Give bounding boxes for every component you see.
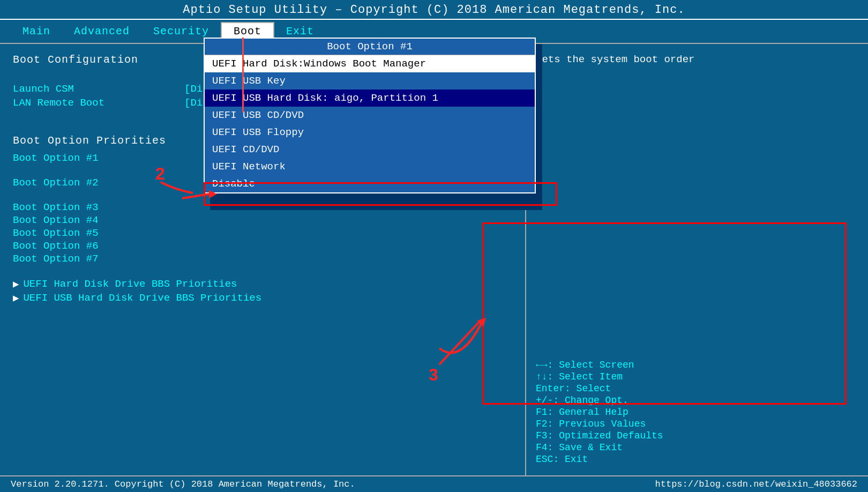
key-help-select-item: ↑↓: Select Item [536, 371, 858, 382]
status-left: Version 2.20.1271. Copyright (C) 2018 Am… [11, 479, 355, 489]
modal-option-0[interactable]: UEFI Hard Disk:Windows Boot Manager [205, 55, 535, 72]
boot-option-4-row: Boot Option #4 [13, 214, 512, 226]
key-help-f4: F4: Save & Exit [536, 442, 858, 453]
title-text: Aptio Setup Utility – Copyright (C) 2018… [183, 3, 685, 17]
modal-option-6[interactable]: UEFI Network [205, 158, 535, 175]
help-text: Sets the system boot order [536, 54, 858, 65]
key-help-f3: F3: Optimized Defaults [536, 430, 858, 441]
uefi-hdd-label: UEFI Hard Disk Drive BBS Priorities [23, 278, 237, 290]
right-panel: Sets the system boot order ←→: Select Sc… [525, 44, 868, 475]
modal-backdrop: Boot Option #1 UEFI Hard Disk:Windows Bo… [204, 38, 536, 193]
uefi-hdd-priority[interactable]: ▶ UEFI Hard Disk Drive BBS Priorities [13, 278, 512, 290]
bios-screen: Aptio Setup Utility – Copyright (C) 2018… [0, 0, 868, 492]
title-bar: Aptio Setup Utility – Copyright (C) 2018… [0, 0, 868, 20]
modal-option-4[interactable]: UEFI USB Floppy [205, 124, 535, 141]
uefi-usb-hdd-label: UEFI USB Hard Disk Drive BBS Priorities [23, 292, 261, 304]
modal-box: Boot Option #1 UEFI Hard Disk:Windows Bo… [204, 38, 536, 193]
boot-option-3-label: Boot Option #3 [13, 202, 184, 213]
boot-option-5-label: Boot Option #5 [13, 227, 184, 239]
modal-option-7[interactable]: Disable [205, 175, 535, 192]
key-help-f1: F1: General Help [536, 407, 858, 418]
boot-option-4-label: Boot Option #4 [13, 214, 184, 226]
key-help-esc: ESC: Exit [536, 454, 858, 465]
modal-option-1[interactable]: UEFI USB Key [205, 72, 535, 90]
menu-advanced[interactable]: Advanced [62, 23, 141, 40]
menu-main[interactable]: Main [11, 23, 62, 40]
modal-title: Boot Option #1 [205, 39, 535, 55]
boot-option-6-row: Boot Option #6 [13, 240, 512, 252]
key-help-f2: F2: Previous Values [536, 419, 858, 429]
arrow-icon-2: ▶ [13, 292, 19, 304]
status-bar: Version 2.20.1271. Copyright (C) 2018 Am… [0, 475, 868, 492]
lan-remote-boot-label: LAN Remote Boot [13, 97, 184, 109]
boot-option-7-row: Boot Option #7 [13, 253, 512, 265]
key-help-change: +/-: Change Opt. [536, 395, 858, 406]
status-right: https://blog.csdn.net/weixin_48033662 [655, 479, 857, 489]
modal-option-5[interactable]: UEFI CD/DVD [205, 141, 535, 158]
modal-option-2[interactable]: UEFI USB Hard Disk: aigo, Partition 1 [205, 90, 535, 107]
key-help-select-screen: ←→: Select Screen [536, 360, 858, 370]
arrow-icon-1: ▶ [13, 278, 19, 290]
modal-option-3[interactable]: UEFI USB CD/DVD [205, 107, 535, 124]
uefi-usb-hdd-priority[interactable]: ▶ UEFI USB Hard Disk Drive BBS Prioritie… [13, 292, 512, 304]
key-help-enter: Enter: Select [536, 383, 858, 394]
boot-option-5-row: Boot Option #5 [13, 227, 512, 239]
key-help-section: ←→: Select Screen ↑↓: Select Item Enter:… [536, 360, 858, 466]
boot-option-1-label: Boot Option #1 [13, 152, 184, 164]
boot-option-2-label: Boot Option #2 [13, 177, 184, 189]
boot-option-7-label: Boot Option #7 [13, 253, 184, 265]
boot-option-6-label: Boot Option #6 [13, 240, 184, 252]
launch-csm-label: Launch CSM [13, 83, 184, 95]
